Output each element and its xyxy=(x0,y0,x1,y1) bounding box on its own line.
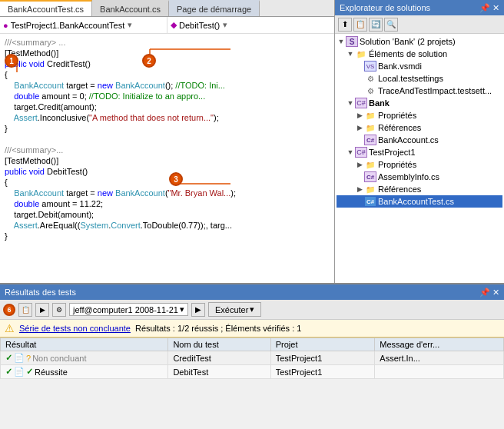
tr-play-btn[interactable]: ▶ xyxy=(191,303,205,317)
tr-btn-3[interactable]: ⚙ xyxy=(52,303,66,317)
pin-icon[interactable]: 📌 xyxy=(479,3,490,13)
tree-local-settings[interactable]: ⚙ Local.testsettings xyxy=(337,72,502,85)
table-row: ✓ 📄 ? Non concluant CreditTest TestProje… xyxy=(1,351,504,365)
result-text-2: Réussite xyxy=(35,367,68,377)
code-line: public void CreditTest() xyxy=(0,58,334,69)
method-selector-value: DebitTest() xyxy=(179,21,220,30)
col-message[interactable]: Message d'err... xyxy=(375,338,504,351)
se-btn-2[interactable]: 📋 xyxy=(353,18,367,32)
method-bar: ● TestProject1.BankAccountTest ▾ ◆ Debit… xyxy=(0,17,334,34)
user-date-dropdown[interactable]: jeff@computer1 2008-11-21 ▾ xyxy=(69,303,188,316)
close-tr-icon[interactable]: ✕ xyxy=(492,288,499,298)
code-line: [TestMethod()] xyxy=(0,155,334,166)
callout-1: 1 xyxy=(5,54,18,68)
tree-bankaccount-cs[interactable]: C# BankAccount.cs xyxy=(337,134,502,146)
folder-references-icon: 📁 xyxy=(364,122,376,133)
code-line: double amount = 0; //TODO: Initialize to… xyxy=(0,91,334,101)
code-line: } xyxy=(0,123,334,134)
code-line: } xyxy=(0,231,334,241)
tree-bank-proprietes[interactable]: ▶ 📁 Propriétés xyxy=(337,109,502,121)
run-label: Exécuter xyxy=(215,305,248,314)
tree-local-settings-label: Local.testsettings xyxy=(378,74,443,83)
warning-link[interactable]: Série de tests non concluante xyxy=(19,324,131,333)
tree-trace-settings[interactable]: ⚙ TraceAndTestImpact.testsett... xyxy=(337,85,502,97)
warning-icon: ⚠ xyxy=(5,322,15,334)
folder-proprietes-icon: 📁 xyxy=(364,110,376,121)
pin-tr-icon[interactable]: 📌 xyxy=(479,288,490,298)
tree-bank-proprietes-label: Propriétés xyxy=(378,111,416,120)
code-line: BankAccount target = new BankAccount(); … xyxy=(0,80,334,91)
tree-assemblyinfo[interactable]: C# AssemblyInfo.cs xyxy=(337,171,502,183)
solution-root-label: Solution 'Bank' (2 projets) xyxy=(360,37,456,46)
cs-icon-assemblyinfo: C# xyxy=(364,171,376,182)
code-line: [TestMethod()] xyxy=(0,48,334,58)
run-button[interactable]: Exécuter ▾ xyxy=(208,302,261,317)
code-line: { xyxy=(0,69,334,80)
doc-icon-1: 📄 xyxy=(14,353,25,363)
class-selector[interactable]: ● TestProject1.BankAccountTest ▾ xyxy=(0,17,167,33)
class-selector-value: TestProject1.BankAccountTest xyxy=(11,21,125,30)
message-cell-2 xyxy=(375,365,504,379)
tree-tp1-proprietes-label: Propriétés xyxy=(378,160,416,169)
col-projet[interactable]: Projet xyxy=(270,338,375,351)
test-results-titlebar: Résultats des tests 📌 ✕ xyxy=(0,284,504,300)
tree-vsmdi-label: Bank.vsmdi xyxy=(378,62,422,71)
se-btn-4[interactable]: 🔍 xyxy=(384,18,398,32)
editor-area: BankAccountTest.cs BankAccount.cs Page d… xyxy=(0,0,335,283)
tab-label-page: Page de démarrage xyxy=(177,5,251,14)
code-line: ///<summary> ... xyxy=(0,37,334,48)
tree-elements-label: Éléments de solution xyxy=(369,49,447,58)
col-resultat[interactable]: Résultat xyxy=(1,338,168,351)
question-icon: ? xyxy=(26,354,31,363)
tree-vsmdi[interactable]: VS Bank.vsmdi xyxy=(337,60,502,72)
tree-tp1-proprietes[interactable]: ▶ 📁 Propriétés xyxy=(337,158,502,171)
solution-tree: ▼ S Solution 'Bank' (2 projets) ▼ 📁 Élém… xyxy=(335,34,504,283)
solution-explorer-toolbar: ⬆ 📋 🔄 🔍 xyxy=(335,15,504,34)
tree-bankaccount-label: BankAccount.cs xyxy=(378,135,439,145)
code-line: Assert.AreEqual((System.Convert.ToDouble… xyxy=(0,220,334,231)
code-line: double amount = 11.22; xyxy=(0,198,334,209)
code-line: public void DebitTest() xyxy=(0,166,334,177)
tree-bankaccounttest-label: BankAccountTest.cs xyxy=(378,197,454,206)
tree-bank-references-label: Références xyxy=(378,123,421,132)
tab-page-demarrage[interactable]: Page de démarrage xyxy=(169,0,260,16)
tree-tp1-references[interactable]: ▶ 📁 Références xyxy=(337,183,502,195)
tr-btn-2[interactable]: ▶ xyxy=(35,303,49,317)
tree-elements[interactable]: ▼ 📁 Éléments de solution xyxy=(337,48,502,60)
test-results-table: Résultat Nom du test Projet Message d'er… xyxy=(0,338,504,429)
solution-explorer-title: Explorateur de solutions xyxy=(340,3,430,12)
results-summary: Résultats : 1/2 réussis ; Éléments vérif… xyxy=(135,324,301,333)
tr-btn-1[interactable]: 📋 xyxy=(18,303,32,317)
tree-bankaccounttest-cs[interactable]: C# BankAccountTest.cs 5 xyxy=(337,195,502,208)
tree-testproject1[interactable]: ▼ C# TestProject1 4 xyxy=(337,146,502,158)
method-selector[interactable]: ◆ DebitTest() ▾ xyxy=(167,17,334,33)
tree-bank-project[interactable]: ▼ C# Bank xyxy=(337,97,502,109)
code-line: target.Debit(amount); xyxy=(0,209,334,220)
result-text-1: Non concluant xyxy=(32,354,86,363)
test-results-title: Résultats des tests xyxy=(5,288,76,297)
cs-icon-bankaccounttest: C# xyxy=(364,196,376,207)
test-warning-bar: ⚠ Série de tests non concluante Résultat… xyxy=(0,320,504,338)
table-row: ✓ 📄 ✓ Réussite DebitTest TestProject1 xyxy=(1,365,504,379)
code-line xyxy=(0,134,334,145)
solution-explorer: Explorateur de solutions 📌 ✕ ⬆ 📋 🔄 🔍 ▼ S… xyxy=(335,0,504,283)
check-icon-2: ✓ xyxy=(5,367,12,377)
folder-elements-icon: 📁 xyxy=(355,48,367,59)
bank-project-icon: C# xyxy=(355,98,367,108)
code-line: target.Credit(amount); xyxy=(0,101,334,112)
testproject-icon: C# xyxy=(355,147,367,158)
close-se-icon[interactable]: ✕ xyxy=(492,3,499,13)
tab-bankaccounttest[interactable]: BankAccountTest.cs xyxy=(0,0,92,16)
tab-label-bankaccounttest: BankAccountTest.cs xyxy=(8,5,84,14)
tree-testproject1-label: TestProject1 xyxy=(369,148,416,157)
tree-solution-root[interactable]: ▼ S Solution 'Bank' (2 projets) xyxy=(337,35,502,48)
tab-bankaccount[interactable]: BankAccount.cs xyxy=(92,0,169,16)
code-line: ///<summary>... xyxy=(0,145,334,155)
tree-bank-references[interactable]: ▶ 📁 Références xyxy=(337,121,502,134)
se-btn-1[interactable]: ⬆ xyxy=(338,18,352,32)
tree-bank-label: Bank xyxy=(369,98,390,108)
result-cell-1: ✓ 📄 ? Non concluant xyxy=(1,351,168,365)
se-btn-3[interactable]: 🔄 xyxy=(369,18,383,32)
callout-3: 3 xyxy=(169,172,183,186)
col-nom-test[interactable]: Nom du test xyxy=(168,338,270,351)
